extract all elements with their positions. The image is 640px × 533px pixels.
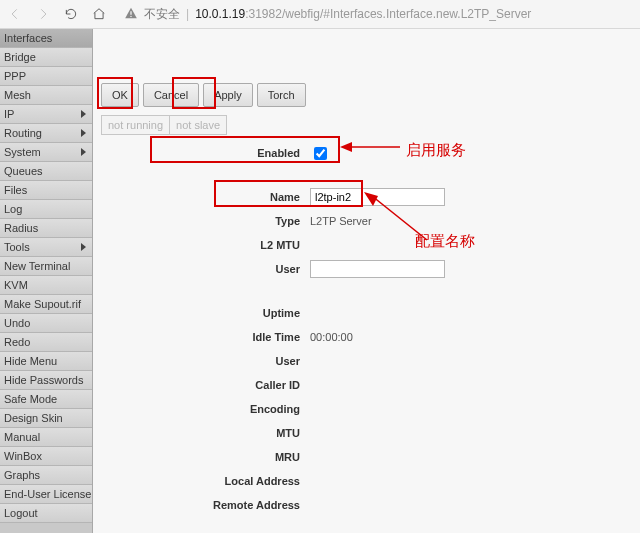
sidebar-item-manual[interactable]: Manual xyxy=(0,428,92,447)
sidebar-item-design-skin[interactable]: Design Skin xyxy=(0,409,92,428)
idle-value: 00:00:00 xyxy=(310,331,353,343)
insecure-label: 不安全 xyxy=(144,6,180,23)
content-pane: OK Cancel Apply Torch not running not sl… xyxy=(93,29,640,533)
label-callerid: Caller ID xyxy=(93,379,310,391)
sidebar-item-redo[interactable]: Redo xyxy=(0,333,92,352)
label-encoding: Encoding xyxy=(93,403,310,415)
ok-button[interactable]: OK xyxy=(101,83,139,107)
address-bar[interactable]: 不安全 | 10.0.1.19:31982/webfig/#Interfaces… xyxy=(118,6,634,23)
sidebar-item-system[interactable]: System xyxy=(0,143,92,162)
label-enabled: Enabled xyxy=(93,147,310,159)
home-button[interactable] xyxy=(90,5,108,23)
sidebar-item-queues[interactable]: Queues xyxy=(0,162,92,181)
sidebar-item-radius[interactable]: Radius xyxy=(0,219,92,238)
sidebar-item-files[interactable]: Files xyxy=(0,181,92,200)
sidebar-item-ppp[interactable]: PPP xyxy=(0,67,92,86)
forward-button[interactable] xyxy=(34,5,52,23)
label-mru: MRU xyxy=(93,451,310,463)
user-input[interactable] xyxy=(310,260,445,278)
sidebar-item-bridge[interactable]: Bridge xyxy=(0,48,92,67)
browser-toolbar: 不安全 | 10.0.1.19:31982/webfig/#Interfaces… xyxy=(0,0,640,29)
sidebar-item-end-user-license[interactable]: End-User License xyxy=(0,485,92,504)
svg-rect-0 xyxy=(130,11,131,15)
sidebar-item-make-supout-rif[interactable]: Make Supout.rif xyxy=(0,295,92,314)
sidebar-item-interfaces[interactable]: Interfaces xyxy=(0,29,92,48)
sidebar-item-log[interactable]: Log xyxy=(0,200,92,219)
status-not-running: not running xyxy=(101,115,170,135)
chevron-right-icon xyxy=(81,243,86,251)
label-l2mtu: L2 MTU xyxy=(93,239,310,251)
label-user2: User xyxy=(93,355,310,367)
label-user: User xyxy=(93,263,310,275)
back-button[interactable] xyxy=(6,5,24,23)
sidebar-item-undo[interactable]: Undo xyxy=(0,314,92,333)
label-mtu: MTU xyxy=(93,427,310,439)
svg-rect-1 xyxy=(130,15,131,16)
torch-button[interactable]: Torch xyxy=(257,83,306,107)
refresh-button[interactable] xyxy=(62,5,80,23)
sidebar-item-hide-menu[interactable]: Hide Menu xyxy=(0,352,92,371)
insecure-icon xyxy=(124,6,138,23)
sidebar-item-winbox[interactable]: WinBox xyxy=(0,447,92,466)
sidebar-item-new-terminal[interactable]: New Terminal xyxy=(0,257,92,276)
sidebar-item-logout[interactable]: Logout xyxy=(0,504,92,523)
sidebar-item-graphs[interactable]: Graphs xyxy=(0,466,92,485)
sidebar-item-kvm[interactable]: KVM xyxy=(0,276,92,295)
label-idle: Idle Time xyxy=(93,331,310,343)
cancel-button[interactable]: Cancel xyxy=(143,83,199,107)
label-name: Name xyxy=(93,191,310,203)
name-input[interactable] xyxy=(310,188,445,206)
chevron-right-icon xyxy=(81,110,86,118)
type-value: L2TP Server xyxy=(310,215,372,227)
label-type: Type xyxy=(93,215,310,227)
sidebar-item-ip[interactable]: IP xyxy=(0,105,92,124)
sidebar: InterfacesBridgePPPMeshIPRoutingSystemQu… xyxy=(0,29,93,533)
sidebar-item-safe-mode[interactable]: Safe Mode xyxy=(0,390,92,409)
form: Enabled Name TypeL2TP Server L2 MTU User… xyxy=(93,141,640,517)
sidebar-item-tools[interactable]: Tools xyxy=(0,238,92,257)
label-raddr: Remote Address xyxy=(93,499,310,511)
label-laddr: Local Address xyxy=(93,475,310,487)
enabled-checkbox[interactable] xyxy=(314,147,327,160)
sidebar-item-routing[interactable]: Routing xyxy=(0,124,92,143)
sidebar-item-hide-passwords[interactable]: Hide Passwords xyxy=(0,371,92,390)
status-not-slave: not slave xyxy=(170,115,227,135)
chevron-right-icon xyxy=(81,129,86,137)
label-uptime: Uptime xyxy=(93,307,310,319)
apply-button[interactable]: Apply xyxy=(203,83,253,107)
chevron-right-icon xyxy=(81,148,86,156)
sidebar-item-mesh[interactable]: Mesh xyxy=(0,86,92,105)
